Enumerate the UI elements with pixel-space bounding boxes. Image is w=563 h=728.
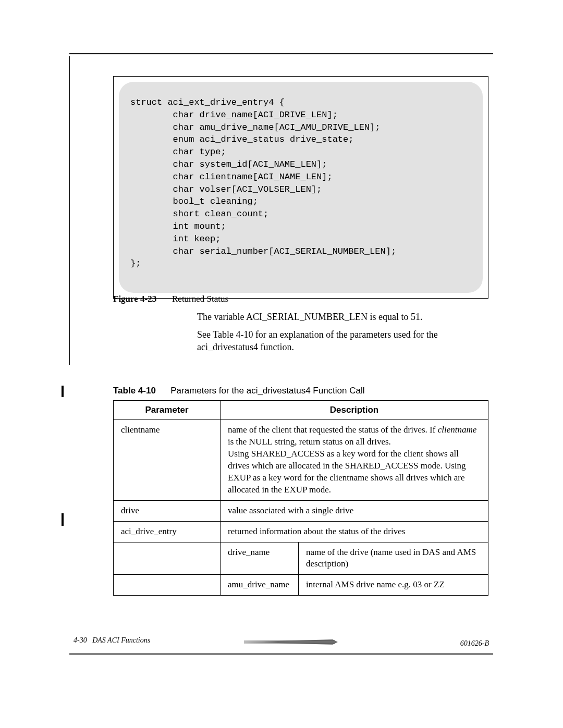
- col-header-parameter: Parameter: [114, 401, 221, 420]
- param-cell: aci_drive_entry: [114, 521, 221, 542]
- desc-cell: returned information about the status of…: [221, 521, 488, 542]
- table-label: Table 4-10: [113, 386, 156, 396]
- figure-label: Figure 4-23: [113, 294, 156, 304]
- footer-left: 4-30 DAS ACI Functions: [74, 636, 150, 645]
- param-cell: [114, 575, 221, 596]
- change-bar-icon: [62, 386, 64, 397]
- col-header-description: Description: [221, 401, 488, 420]
- subdesc-cell: name of the drive (name used in DAS and …: [299, 542, 488, 575]
- chapter-title: DAS ACI Functions: [92, 636, 150, 644]
- figure-title: Returned Status: [172, 294, 228, 304]
- change-bar-icon: [62, 513, 64, 526]
- table-caption: Table 4-10 Parameters for the aci_drives…: [113, 386, 365, 396]
- body-paragraph: See Table 4-10 for an explanation of the…: [197, 328, 492, 354]
- vertical-rule: [69, 56, 70, 365]
- code-listing: struct aci_ext_drive_entry4 { char drive…: [119, 82, 483, 293]
- subparam-cell: amu_drive_name: [221, 575, 299, 596]
- table-row: drive_name name of the drive (name used …: [114, 542, 488, 575]
- subdesc-cell: internal AMS drive name e.g. 03 or ZZ: [299, 575, 488, 596]
- table-title: Parameters for the aci_drivestatus4 Func…: [170, 386, 364, 396]
- desc-cell: value associated with a single drive: [221, 500, 488, 521]
- page-number: 4-30: [74, 636, 87, 644]
- footer-right: 601626-B: [460, 639, 489, 648]
- table-row: amu_drive_name internal AMS drive name e…: [114, 575, 488, 596]
- figure-caption: Figure 4-23 Returned Status: [113, 294, 228, 304]
- parameters-table: Parameter Description clientname name of…: [113, 400, 488, 596]
- table-row: aci_drive_entry returned information abo…: [114, 521, 488, 542]
- subparam-cell: drive_name: [221, 542, 299, 575]
- table-row: drive value associated with a single dri…: [114, 500, 488, 521]
- table-row: clientname name of the client that reque…: [114, 420, 488, 501]
- desc-cell: name of the client that requested the st…: [221, 420, 488, 501]
- code-listing-frame: struct aci_ext_drive_entry4 { char drive…: [113, 76, 488, 299]
- table-header-row: Parameter Description: [114, 401, 488, 420]
- param-cell: [114, 542, 221, 575]
- body-paragraph: The variable ACI_SERIAL_NUMBER_LEN is eq…: [197, 311, 492, 323]
- footer-decoration-icon: [244, 637, 338, 643]
- param-cell: clientname: [114, 420, 221, 501]
- param-cell: drive: [114, 500, 221, 521]
